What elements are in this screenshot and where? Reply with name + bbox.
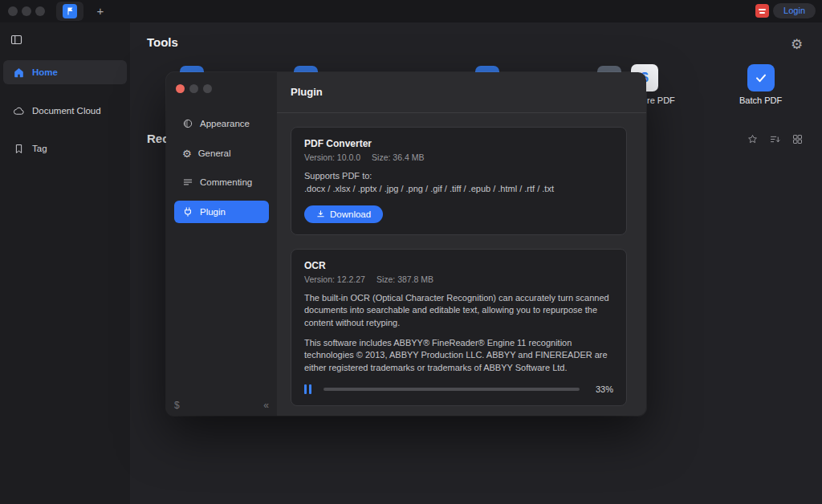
settings-gear-icon[interactable]: ⚙ [791,36,803,52]
pdf-converter-card: PDF Converter Version: 10.0.0Size: 36.4 … [291,127,627,235]
plugin-size: Size: 36.4 MB [372,152,424,162]
close-dialog-button[interactable] [176,84,185,93]
ocr-card: OCR Version: 12.2.27Size: 387.8 MB The b… [291,249,627,406]
home-tab[interactable] [56,2,83,21]
ocr-description: The built-in OCR (Optical Character Reco… [304,292,613,329]
zoom-window-button[interactable] [35,6,45,16]
nav-item-plugin[interactable]: Plugin [174,201,269,223]
pause-download-button[interactable] [304,384,313,394]
nav-item-label: General [198,148,231,158]
sidebar-item-label: Document Cloud [32,106,101,116]
gear-icon: ⚙ [182,148,192,159]
star-icon[interactable] [747,133,759,145]
collapse-panel-icon[interactable]: « [263,400,269,411]
new-tab-button[interactable]: + [92,2,109,20]
dialog-title: Plugin [277,72,646,113]
cloud-icon [13,105,25,117]
login-button[interactable]: Login [773,3,816,18]
download-icon [316,209,325,218]
commenting-icon [182,177,193,188]
nav-item-label: Plugin [200,207,226,217]
preferences-nav: Appearance ⚙ General Commenting Plugin $ [166,72,277,416]
titlebar: + Login [0,0,822,22]
preferences-content: Plugin PDF Converter Version: 10.0.0Size… [277,72,646,416]
sidebar-item-document-cloud[interactable]: Document Cloud [3,99,127,123]
sidebar-item-tag[interactable]: Tag [3,136,127,161]
nav-item-general[interactable]: ⚙ General [174,142,269,165]
nav-item-label: Commenting [200,177,252,187]
tool-label[interactable]: Batch PDF [739,96,782,105]
plugin-name: PDF Converter [304,138,613,149]
download-button[interactable]: Download [304,205,383,223]
plugin-icon [182,206,193,217]
grid-view-icon[interactable] [791,133,804,145]
sidebar-toggle-icon[interactable] [10,33,23,47]
supported-formats: .docx / .xlsx / .pptx / .jpg / .png / .g… [304,183,613,195]
download-button-label: Download [330,209,371,219]
nav-item-commenting[interactable]: Commenting [174,171,269,193]
appearance-icon [182,118,193,129]
sidebar-item-label: Home [32,67,58,77]
app-window: + Login Home Document Cloud Tag Tools [0,0,822,504]
sidebar: Home Document Cloud Tag [0,22,130,504]
minimize-window-button[interactable] [22,6,31,16]
nav-item-appearance[interactable]: Appearance [174,112,269,135]
home-icon [13,67,25,79]
tag-icon [13,143,25,155]
app-logo-flag-icon [63,4,77,18]
zoom-dialog-button [203,84,212,93]
preferences-dialog: Appearance ⚙ General Commenting Plugin $ [166,72,646,416]
plugin-version: Version: 12.2.27 [304,274,365,284]
plugin-size: Size: 387.8 MB [376,274,433,284]
plugin-version: Version: 10.0.0 [304,152,360,162]
sort-icon[interactable] [769,133,781,145]
page-title: Tools [147,35,178,49]
plugin-name: OCR [304,260,613,271]
promo-badge-icon[interactable] [755,4,769,18]
nav-item-label: Appearance [200,119,250,128]
batch-pdf-icon[interactable] [747,64,775,91]
progress-percent-label: 33% [589,384,613,394]
close-window-button[interactable] [8,6,18,16]
minimize-dialog-button [189,84,198,93]
footer-dollar-icon[interactable]: $ [174,400,180,411]
sidebar-item-label: Tag [32,144,47,153]
ocr-license-text: This software includes ABBYY® FineReader… [304,337,613,374]
supports-label: Supports PDF to: [304,170,613,182]
download-progress-bar [324,388,580,391]
tool-label[interactable]: re PDF [647,96,675,105]
check-icon [753,70,769,86]
sidebar-item-home[interactable]: Home [3,60,127,84]
